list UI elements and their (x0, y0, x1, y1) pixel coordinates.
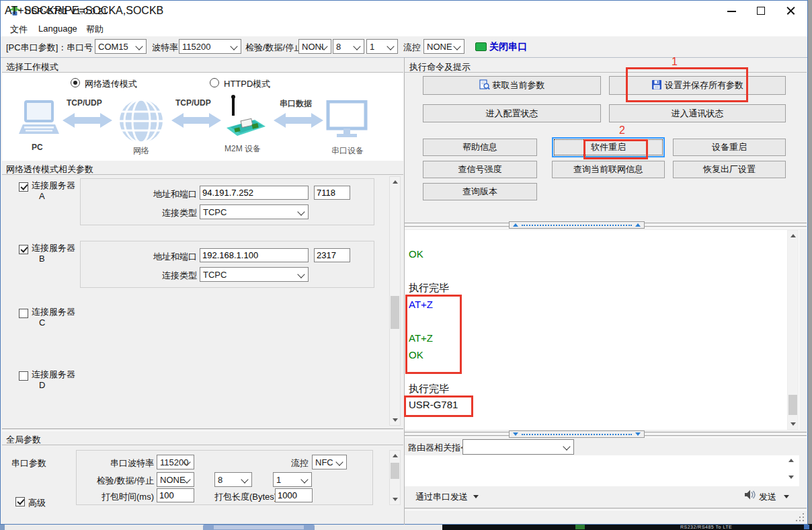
minimize-icon (727, 11, 736, 12)
global-stopbits-value: 1 (276, 475, 281, 485)
tcp-udp-right-label: TCP/UDP (175, 98, 211, 108)
global-baud-select[interactable]: 115200 (157, 455, 194, 469)
send-scroll-up-icon[interactable] (788, 459, 794, 462)
parity-select[interactable]: NONI (298, 39, 331, 54)
close-serial-button[interactable]: 关闭串口 (489, 41, 527, 53)
stopbits-select[interactable]: 1 (366, 39, 398, 54)
resize-grip[interactable] (796, 513, 805, 523)
scrollbar-thumb[interactable] (391, 296, 399, 329)
serial-open-led-icon (475, 42, 487, 51)
server-a-checkbox[interactable] (19, 182, 28, 192)
scroll-down-icon[interactable] (788, 419, 798, 429)
enter-comm-button[interactable]: 进入通讯状态 (609, 104, 786, 122)
help-info-label: 帮助信息 (462, 141, 497, 153)
save-params-button[interactable]: 设置并保存所有参数 (609, 76, 786, 95)
send-scroll-down-icon[interactable] (788, 476, 794, 479)
global-databits-select[interactable]: 8 (214, 472, 252, 487)
server-b-type-select[interactable]: TCPC (200, 267, 309, 282)
log-splitter-handle[interactable] (509, 221, 645, 229)
server-a-type-value: TCPC (203, 207, 227, 217)
scroll-up-icon[interactable] (788, 231, 798, 241)
menu-help[interactable]: 帮助 (86, 24, 104, 36)
scroll-up-icon[interactable] (390, 451, 400, 461)
log-line: OK (409, 248, 423, 260)
chevron-down-icon[interactable] (784, 495, 789, 498)
send-command-textarea[interactable] (405, 455, 799, 486)
scroll-up-icon[interactable] (390, 177, 400, 187)
scroll-down-icon[interactable] (390, 415, 400, 425)
netparams-scrollbar[interactable] (389, 176, 401, 426)
maximize-icon (757, 7, 765, 15)
screen: RS232/RS485 To LTE USR-G781 V1.0.0.21 文件… (0, 0, 812, 530)
global-flow-select[interactable]: NFC (312, 455, 347, 469)
log-scrollbar[interactable] (787, 230, 799, 430)
save-floppy-icon (651, 79, 662, 92)
scroll-down-icon[interactable] (390, 494, 400, 504)
help-info-button[interactable]: 帮助信息 (423, 139, 537, 156)
global-parity-select[interactable]: NONE (157, 472, 194, 487)
scrollbar-thumb[interactable] (788, 395, 797, 415)
global-flow-label: 流控 (268, 457, 309, 469)
check-signal-label: 查信号强度 (458, 163, 502, 176)
check-signal-button[interactable]: 查信号强度 (423, 161, 537, 178)
server-d-checkbox[interactable] (19, 371, 28, 381)
desktop-photo-green-part (575, 525, 585, 529)
server-b-address-input[interactable] (200, 248, 309, 262)
server-b-checkbox[interactable] (19, 245, 28, 254)
soft-restart-label: 软件重启 (591, 141, 626, 153)
global-databits-value: 8 (218, 475, 222, 485)
server-b-port-input[interactable] (314, 248, 350, 262)
router-cmd-select[interactable] (462, 439, 574, 455)
device-restart-button[interactable]: 设备重启 (673, 139, 786, 156)
parity-group-label: 检验/数据/停止 (245, 42, 302, 54)
network-label: 网络 (133, 145, 149, 157)
pack-time-input[interactable] (157, 488, 194, 502)
pack-len-input[interactable] (275, 488, 313, 502)
device-restart-label: 设备重启 (712, 141, 747, 153)
query-version-button[interactable]: 查询版本 (423, 183, 537, 200)
send-splitter-handle[interactable] (509, 430, 645, 438)
radio-httpd-label: HTTPD模式 (224, 78, 270, 90)
server-a-port-input[interactable] (314, 186, 350, 200)
divider (405, 72, 807, 73)
server-b-label: 连接服务器 B (32, 243, 79, 264)
get-params-button[interactable]: 获取当前参数 (423, 76, 601, 95)
globalparams-scrollbar[interactable] (389, 450, 401, 505)
query-net-info-button[interactable]: 查询当前联网信息 (552, 161, 665, 178)
radio-transparent-mode[interactable] (71, 78, 80, 87)
server-c-checkbox[interactable] (19, 309, 28, 318)
get-params-label: 获取当前参数 (493, 79, 545, 91)
chevron-down-icon (135, 42, 143, 50)
global-stopbits-select[interactable]: 1 (273, 472, 312, 487)
soft-restart-button[interactable]: 软件重启 (552, 137, 665, 157)
factory-reset-button[interactable]: 恢复出厂设置 (673, 161, 786, 178)
databits-value: 8 (336, 42, 341, 52)
baud-select[interactable]: 115200 (179, 39, 241, 54)
enter-config-button[interactable]: 进入配置状态 (423, 104, 601, 122)
maximize-button[interactable] (751, 3, 771, 18)
minimize-button[interactable] (721, 3, 741, 18)
send-button[interactable]: 发送 (759, 491, 776, 503)
m2m-device-icon (224, 94, 268, 145)
menu-file[interactable]: 文件 (10, 24, 28, 36)
via-serial-dropdown[interactable]: 通过串口发送 (415, 491, 468, 503)
annotation-1: 1 (672, 56, 678, 68)
router-cmd-label: 路由器相关指令 (408, 442, 469, 454)
com-port-select[interactable]: COM15 (95, 39, 147, 54)
advanced-checkbox[interactable] (15, 497, 25, 506)
flow-select[interactable]: NONE (423, 39, 464, 54)
desktop-right-edge (808, 0, 812, 524)
radio-httpd-mode[interactable] (210, 78, 219, 87)
log-line: AT+Z (409, 299, 433, 310)
menu-language[interactable]: Language (38, 24, 77, 34)
close-button[interactable] (780, 3, 801, 18)
log-line: 执行完毕 (409, 282, 449, 295)
server-a-type-label: 连接类型 (122, 207, 197, 219)
server-c-label: 连接服务器 C (32, 307, 79, 328)
chevron-down-icon (353, 42, 360, 50)
scrollbar-thumb[interactable] (391, 463, 399, 479)
server-a-type-select[interactable]: TCPC (200, 204, 309, 219)
databits-select[interactable]: 8 (333, 39, 364, 54)
server-a-address-input[interactable] (200, 186, 309, 200)
chevron-down-icon[interactable] (473, 495, 479, 498)
